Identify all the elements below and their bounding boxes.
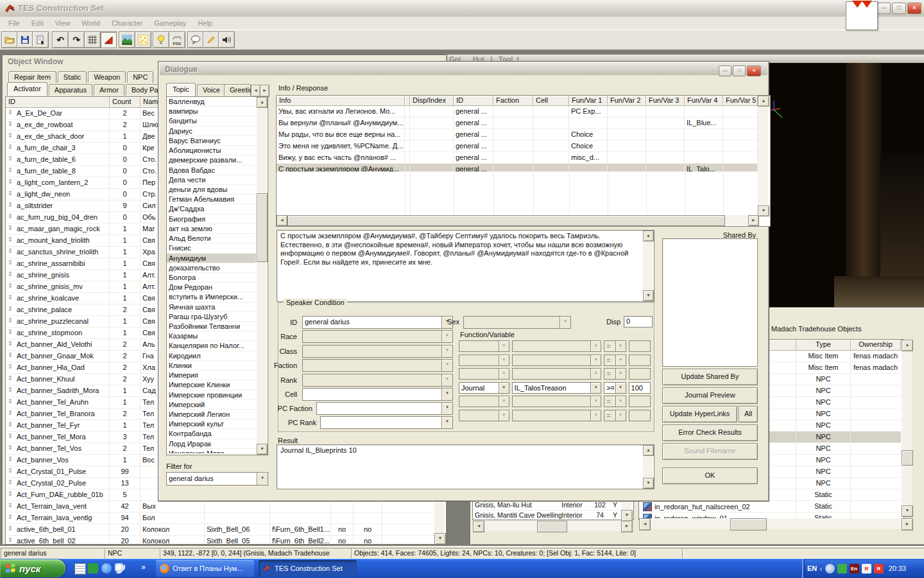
minimize-icon[interactable]: —	[877, 3, 891, 14]
cell-objects-hscrollbar[interactable]	[649, 518, 902, 529]
start-button[interactable]: пуск	[0, 559, 65, 577]
redo-button[interactable]: ↷	[68, 31, 85, 48]
tab-topic[interactable]: Topic	[166, 83, 196, 96]
topic-item[interactable]: Рагаш гра-Шузгуб	[167, 312, 256, 322]
chevron-down-icon[interactable]	[441, 403, 452, 414]
cell-list-scrollbar[interactable]	[621, 500, 631, 510]
topic-item[interactable]: Клинки	[167, 361, 256, 371]
variable-combobox[interactable]	[512, 410, 602, 421]
pc-faction-combobox[interactable]	[316, 402, 453, 415]
info-row[interactable]: Мы рады, что вы все еще верны на... gene…	[277, 129, 758, 141]
scroll-down-button[interactable]	[257, 444, 268, 455]
value-field[interactable]	[629, 396, 651, 407]
chevron-down-icon[interactable]	[499, 410, 509, 421]
chevron-down-icon[interactable]	[499, 396, 509, 407]
topic-item[interactable]: Аболиционисты	[167, 146, 256, 155]
object-row[interactable]: ʬ active_6th_bell_02 20 Колокол Sixth_Be…	[6, 536, 434, 543]
value-field[interactable]	[629, 368, 651, 380]
info-column-header[interactable]: Cell	[533, 96, 569, 106]
topic-item[interactable]: бандиты	[167, 116, 256, 126]
chevron-down-icon[interactable]	[590, 355, 601, 365]
quick-launch-search-icon[interactable]	[115, 563, 125, 574]
chevron-down-icon[interactable]	[590, 341, 601, 351]
maximize-icon[interactable]: □	[733, 66, 746, 76]
variable-combobox[interactable]	[512, 355, 602, 366]
maximize-icon[interactable]: □	[892, 3, 906, 14]
response-textarea[interactable]: С простым экземпляром @Анумидиума#, @Тай…	[277, 230, 654, 302]
object-row[interactable]: ʬ Act_Terrain_lava_vent 42 Вых	[6, 501, 434, 512]
edit-button[interactable]	[203, 31, 219, 48]
info-column-header[interactable]: Fun/Var 4	[685, 96, 723, 106]
scroll-up-button[interactable]	[257, 97, 268, 108]
info-vscrollbar[interactable]	[758, 105, 768, 215]
scroll-thumb[interactable]	[730, 518, 767, 530]
sound-button[interactable]	[218, 31, 235, 48]
topic-item[interactable]: Дела чести	[167, 175, 256, 185]
chevron-down-icon[interactable]	[590, 410, 601, 421]
topic-item[interactable]: деньги для вдовы	[167, 185, 256, 195]
topic-item[interactable]: Имперский	[167, 400, 256, 410]
scroll-thumb[interactable]	[537, 521, 567, 532]
scroll-down-button[interactable]	[902, 505, 913, 517]
info-row[interactable]: Это меня не удивляет, %PCName. Д... gene…	[277, 141, 758, 152]
object-row[interactable]: ʬ active_6th_bell_01 20 Колокол Sixth_Be…	[6, 524, 434, 536]
scroll-thumb[interactable]	[257, 193, 268, 262]
scroll-up-button[interactable]	[758, 96, 769, 107]
column-header-ownership[interactable]: Ownership	[851, 340, 901, 351]
object-category-tab[interactable]: Activator	[7, 82, 47, 96]
chevron-down-icon[interactable]	[615, 410, 626, 421]
variable-combobox[interactable]	[512, 340, 602, 352]
variable-combobox[interactable]	[512, 368, 602, 380]
quick-launch-browser-icon[interactable]	[101, 563, 112, 574]
scroll-right-button[interactable]	[621, 521, 633, 532]
topic-item[interactable]: Казармы	[167, 331, 256, 341]
topic-item[interactable]: Валленвуд	[167, 97, 256, 107]
topic-item[interactable]: Яичная шахта	[167, 302, 256, 312]
language-indicator[interactable]: EN	[807, 565, 817, 572]
fog-button[interactable]: FOG	[169, 31, 185, 48]
function-combobox[interactable]: Journal	[459, 382, 509, 394]
topic-item[interactable]: Дариус	[167, 127, 256, 136]
topic-item[interactable]: Канцелярия по Налог...	[167, 341, 256, 351]
function-combobox[interactable]	[459, 355, 509, 366]
menu-item[interactable]: Character	[106, 18, 148, 28]
open-button[interactable]	[1, 31, 18, 48]
operator-combobox[interactable]: =	[604, 355, 626, 366]
ok-button[interactable]: OK	[662, 468, 758, 484]
filter-combobox[interactable]: general darius	[166, 472, 268, 486]
journal-preview-button[interactable]: Journal Preview	[662, 387, 758, 404]
info-column-header[interactable]: Fun/Var 3	[646, 96, 685, 106]
variable-combobox[interactable]	[512, 396, 602, 407]
info-column-header[interactable]	[405, 96, 410, 106]
topic-item[interactable]: Имперские провинции	[167, 390, 256, 400]
object-category-tab[interactable]: Static	[58, 71, 87, 83]
topic-item[interactable]: Альд Велоти	[167, 234, 256, 243]
object-category-tab[interactable]: Repair Item	[8, 71, 56, 83]
topic-item[interactable]: Имперские Клинки	[167, 380, 256, 390]
landscape-edit-button[interactable]	[119, 31, 135, 48]
value-field[interactable]	[629, 355, 651, 366]
scroll-thumb[interactable]	[902, 450, 913, 466]
cell-row[interactable]: Gnisis, Mantiti Cave Dwelling Interior 7…	[473, 511, 621, 520]
topic-item[interactable]: двемерские развали...	[167, 155, 256, 165]
operator-combobox[interactable]: =	[604, 410, 626, 421]
topic-item[interactable]: Дом Редоран	[167, 283, 256, 292]
info-column-header[interactable]: Info	[277, 96, 405, 106]
topic-item[interactable]: вступить в Имперски...	[167, 292, 256, 302]
error-check-results-button[interactable]: Error Check Results	[662, 425, 758, 441]
minimize-icon[interactable]: —	[719, 66, 732, 76]
dialogue-button[interactable]	[187, 31, 204, 48]
object-category-tab[interactable]: Weapon	[88, 71, 126, 83]
chevron-down-icon[interactable]	[590, 383, 601, 393]
punto-switcher-icon[interactable]: Я	[862, 564, 871, 574]
volume-icon[interactable]	[825, 564, 835, 574]
function-combobox[interactable]	[459, 396, 509, 407]
pc-rank-combobox[interactable]	[320, 416, 453, 429]
chevron-down-icon[interactable]	[590, 369, 601, 379]
update-shared-by-button[interactable]: Update Shared By	[662, 369, 758, 385]
topic-item[interactable]: доказательство	[167, 263, 256, 273]
update-hyperlinks-all-button[interactable]: All	[739, 406, 758, 423]
topic-item[interactable]: Анумидиум	[167, 254, 256, 263]
topic-item[interactable]: вампиры	[167, 107, 256, 116]
snap-angle-button[interactable]	[100, 31, 117, 48]
